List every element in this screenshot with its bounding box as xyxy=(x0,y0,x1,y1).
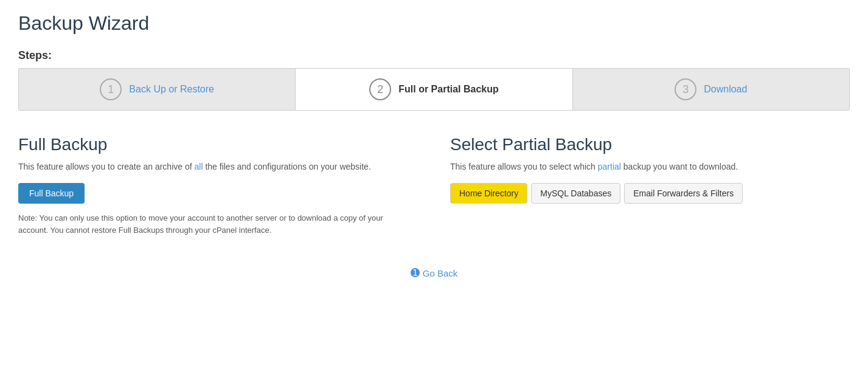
partial-backup-buttons: Home Directory MySQL Databases Email For… xyxy=(450,183,850,204)
partial-backup-description: This feature allows you to select which … xyxy=(450,160,850,173)
full-backup-desc-pre: This feature allows you to create an arc… xyxy=(18,162,194,171)
partial-backup-section: Select Partial Backup This feature allow… xyxy=(450,135,850,236)
step-2-circle: 2 xyxy=(369,78,391,100)
step-2-label: Full or Partial Backup xyxy=(398,84,498,95)
steps-label: Steps: xyxy=(18,49,850,62)
full-backup-desc-highlight: all xyxy=(194,162,203,171)
steps-container: 1 Back Up or Restore 2 Full or Partial B… xyxy=(18,68,850,111)
partial-backup-desc-post: backup you want to download. xyxy=(621,162,738,171)
content-area: Full Backup This feature allows you to c… xyxy=(18,129,850,242)
full-backup-description: This feature allows you to create an arc… xyxy=(18,160,414,173)
step-1[interactable]: 1 Back Up or Restore xyxy=(19,69,296,110)
partial-mysql-button[interactable]: MySQL Databases xyxy=(531,183,620,204)
page-container: Backup Wizard Steps: 1 Back Up or Restor… xyxy=(0,0,868,369)
step-3-label: Download xyxy=(704,84,747,95)
partial-email-forwarders-button[interactable]: Email Forwarders & Filters xyxy=(624,183,743,204)
full-backup-button[interactable]: Full Backup xyxy=(18,183,85,204)
partial-backup-desc-highlight: partial xyxy=(598,162,621,171)
full-backup-note: Note: You can only use this option to mo… xyxy=(18,212,395,236)
partial-backup-desc-pre: This feature allows you to select which xyxy=(450,162,598,171)
step-2[interactable]: 2 Full or Partial Backup xyxy=(296,69,572,110)
go-back-icon: ➊ xyxy=(411,266,420,280)
step-1-circle: 1 xyxy=(100,78,122,100)
partial-backup-title: Select Partial Backup xyxy=(450,135,850,154)
go-back-link[interactable]: ➊ Go Back xyxy=(411,266,458,280)
go-back-container: ➊ Go Back xyxy=(18,266,850,280)
step-3-circle: 3 xyxy=(675,78,696,100)
full-backup-desc-post: the files and configurations on your web… xyxy=(203,162,371,171)
full-backup-title: Full Backup xyxy=(18,135,414,154)
partial-home-directory-button[interactable]: Home Directory xyxy=(450,183,527,204)
step-3[interactable]: 3 Download xyxy=(573,69,849,110)
go-back-label: Go Back xyxy=(423,268,458,278)
full-backup-section: Full Backup This feature allows you to c… xyxy=(18,135,414,236)
page-title: Backup Wizard xyxy=(18,12,850,35)
step-1-label: Back Up or Restore xyxy=(129,84,214,95)
